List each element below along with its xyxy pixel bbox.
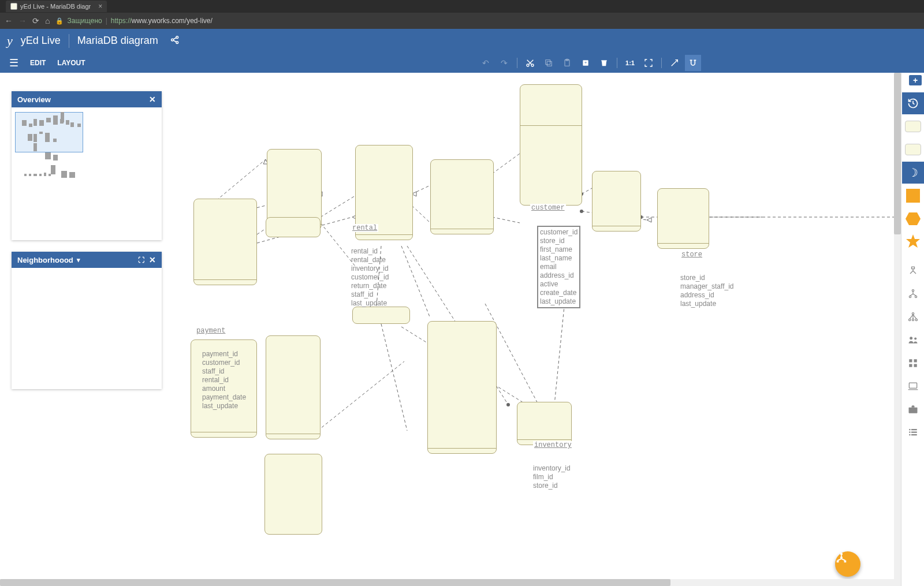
paste-button[interactable]	[559, 55, 575, 71]
svg-line-48	[913, 294, 916, 296]
menu-edit[interactable]: EDIT	[24, 59, 51, 67]
menu-bar: ☰ EDIT LAYOUT ↶ ↷ + 1:1	[0, 53, 924, 73]
palette-history-button[interactable]	[902, 92, 924, 114]
expand-icon[interactable]: ⛶	[138, 256, 144, 263]
palette-grid-icon[interactable]	[902, 352, 924, 374]
svg-marker-28	[647, 218, 651, 222]
svg-point-49	[912, 313, 914, 315]
menu-button[interactable]: ☰	[3, 57, 24, 69]
reload-button[interactable]: ⟳	[32, 16, 39, 25]
palette-tool-2[interactable]	[902, 283, 924, 305]
svg-point-52	[915, 319, 917, 320]
svg-line-42	[913, 271, 916, 274]
fields-rental: rental_idrental_dateinventory_idcustomer…	[351, 247, 389, 308]
entity-box[interactable]	[592, 171, 641, 232]
palette-tool-1[interactable]	[902, 260, 924, 282]
svg-rect-61	[914, 364, 916, 367]
svg-line-53	[910, 315, 913, 319]
entity-title-rental: rental	[351, 224, 378, 232]
url-box[interactable]: 🔒 Защищено | https://www.yworks.com/yed-…	[55, 17, 919, 25]
browser-tab[interactable]: yEd Live - MariaDB diagr ×	[6, 1, 107, 12]
cut-button[interactable]	[522, 55, 538, 71]
tab-title: yEd Live - MariaDB diagr	[20, 3, 91, 10]
chevron-down-icon[interactable]: ▾	[77, 256, 80, 264]
doc-title[interactable]: MariaDB diagram	[77, 35, 158, 47]
svg-line-3	[173, 38, 176, 39]
entity-box[interactable]	[352, 307, 410, 324]
palette-laptop-icon[interactable]	[902, 375, 924, 397]
palette-star-shape[interactable]	[902, 231, 924, 253]
close-tab-icon[interactable]: ×	[98, 2, 102, 10]
fields-customer[interactable]: customer_idstore_idfirst_namelast_nameem…	[537, 226, 580, 308]
palette-rect1[interactable]	[902, 115, 924, 137]
svg-rect-69	[909, 434, 910, 435]
svg-rect-68	[911, 432, 917, 433]
palette-tool-3[interactable]	[902, 306, 924, 328]
svg-rect-62	[909, 383, 916, 388]
undo-button[interactable]: ↶	[478, 55, 494, 71]
entity-customer[interactable]	[520, 84, 582, 206]
zoom-fit-button[interactable]	[640, 55, 657, 71]
entity-box[interactable]	[266, 335, 321, 439]
entity-box[interactable]	[266, 217, 321, 237]
entity-title-inventory: inventory	[533, 441, 573, 449]
share-icon[interactable]	[170, 35, 180, 47]
entity-box[interactable]	[264, 454, 322, 535]
neighborhood-body[interactable]	[12, 268, 162, 389]
close-icon[interactable]: ✕	[149, 95, 156, 104]
entity-box[interactable]	[430, 159, 494, 234]
svg-rect-70	[911, 434, 917, 435]
canvas[interactable]: rental rental_idrental_dateinventory_idc…	[0, 73, 895, 586]
lock-icon: 🔒	[55, 17, 64, 25]
address-bar: ← → ⟳ ⌂ 🔒 Защищено | https://www.yworks.…	[0, 13, 924, 29]
svg-point-43	[912, 290, 914, 292]
palette: + ☽	[901, 73, 924, 586]
menu-layout[interactable]: LAYOUT	[51, 59, 91, 67]
vertical-scrollbar[interactable]	[894, 73, 901, 586]
fields-store: store_idmanager_staff_idaddress_idlast_u…	[680, 274, 734, 308]
palette-briefcase-icon[interactable]	[902, 398, 924, 420]
home-button[interactable]: ⌂	[45, 16, 50, 25]
entity-box[interactable]	[193, 199, 257, 285]
snap-button[interactable]	[685, 55, 701, 71]
svg-marker-37	[906, 212, 921, 225]
redo-button[interactable]: ↷	[496, 55, 512, 71]
zoom-11-button[interactable]: 1:1	[622, 55, 638, 71]
copy-button[interactable]	[541, 55, 557, 71]
palette-add-button[interactable]: +	[909, 75, 922, 85]
overview-body[interactable]	[12, 107, 162, 240]
entity-store[interactable]	[657, 188, 709, 249]
palette-square-shape[interactable]	[902, 185, 924, 207]
overview-panel[interactable]: Overview ✕	[12, 91, 162, 240]
palette-list-icon[interactable]	[902, 421, 924, 443]
overview-header[interactable]: Overview ✕	[12, 91, 162, 107]
svg-rect-9	[547, 61, 552, 66]
app-title: yEd Live	[21, 35, 61, 47]
duplicate-button[interactable]: +	[578, 55, 594, 71]
edge-style-button[interactable]	[666, 55, 683, 71]
horizontal-scrollbar[interactable]	[0, 579, 894, 586]
close-icon[interactable]: ✕	[149, 255, 156, 264]
svg-rect-65	[909, 429, 910, 430]
entity-box[interactable]	[427, 321, 497, 454]
back-button[interactable]: ←	[5, 16, 13, 25]
palette-people-icon[interactable]	[902, 329, 924, 351]
neighborhood-panel[interactable]: Neighborhoood ▾ ⛶ ✕	[12, 252, 162, 389]
overview-title: Overview	[17, 95, 51, 104]
palette-hexagon-shape[interactable]	[902, 208, 924, 230]
fields-payment: payment_idcustomer_idstaff_idrental_idam…	[202, 350, 246, 410]
svg-line-41	[910, 271, 913, 274]
svg-marker-38	[906, 234, 920, 248]
entity-inventory[interactable]	[517, 402, 572, 445]
fab-button[interactable]	[835, 551, 860, 577]
main-area: rental rental_idrental_dateinventory_idc…	[0, 73, 924, 586]
svg-line-55	[913, 315, 916, 319]
palette-moon-button[interactable]: ☽	[902, 162, 924, 184]
svg-rect-67	[909, 432, 910, 433]
forward-button[interactable]: →	[18, 16, 27, 25]
delete-button[interactable]	[596, 55, 612, 71]
svg-rect-59	[914, 359, 916, 362]
neighborhood-header[interactable]: Neighborhoood ▾ ⛶ ✕	[12, 252, 162, 268]
palette-rect2[interactable]	[902, 139, 924, 161]
browser-chrome: yEd Live - MariaDB diagr × ← → ⟳ ⌂ 🔒 Защ…	[0, 0, 924, 29]
